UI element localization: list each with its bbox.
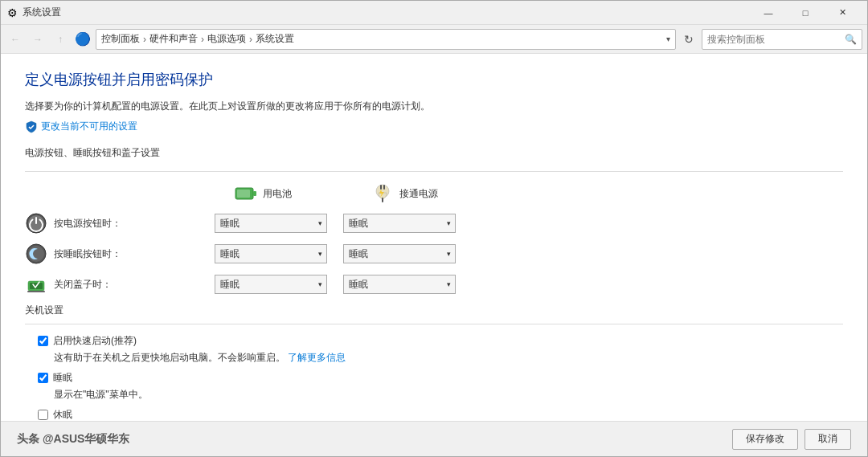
plug-icon: [371, 182, 395, 206]
page-title: 定义电源按钮并启用密码保护: [25, 70, 843, 89]
battery-icon: [234, 182, 258, 206]
footer: 头条 @ASUS华硕华东 保存修改 取消: [1, 421, 867, 456]
section2-title: 关机设置: [25, 304, 843, 317]
power-button-battery-dropdown[interactable]: 睡眠 关机 休眠 不采取任何操作 ▾: [215, 214, 327, 233]
hibernate-row: 休眠: [25, 408, 843, 421]
power-buttons-section: 电源按钮、睡眠按钮和盖子设置 用电池: [25, 146, 843, 296]
power-button-row: 按电源按钮时： 睡眠 关机 休眠 不采取任何操作 ▾ 睡眠 关机 休眠: [25, 212, 843, 235]
divider1: [25, 171, 843, 172]
breadcrumb-dropdown-icon[interactable]: ▾: [666, 35, 670, 43]
sleep-battery-dropdown[interactable]: 睡眠 关机 休眠 不采取任何操作 ▾: [215, 244, 327, 263]
breadcrumb: 控制面板 › 硬件和声音 › 电源选项 › 系统设置 ▾: [96, 29, 676, 50]
save-button[interactable]: 保存修改: [732, 429, 798, 450]
fast-startup-checkbox[interactable]: [38, 336, 48, 346]
section1-title: 电源按钮、睡眠按钮和盖子设置: [25, 146, 843, 161]
power-header: 接通电源: [371, 182, 459, 206]
main-window: ⚙ 系统设置 — □ ✕ ← → ↑ 🔵 控制面板 › 硬件和声音 › 电源选项…: [0, 0, 868, 457]
hibernate-checkbox[interactable]: [38, 410, 48, 420]
title-bar: ⚙ 系统设置 — □ ✕: [1, 1, 867, 25]
lid-battery-dropdown[interactable]: 睡眠 关机 休眠 不采取任何操作 ▾: [215, 275, 327, 294]
watermark: 头条 @ASUS华硕华东: [17, 432, 129, 447]
window-icon: ⚙: [7, 6, 18, 19]
svg-rect-1: [237, 190, 250, 198]
fast-startup-label: 启用快速启动(推荐): [53, 334, 137, 348]
lid-icon: [25, 273, 47, 296]
main-content: 定义电源按钮并启用密码保护 选择要为你的计算机配置的电源设置。在此页上对设置所做…: [1, 54, 867, 421]
search-icon: 🔍: [845, 34, 857, 45]
sleep-row: 睡眠: [25, 371, 843, 385]
power-headers: 用电池 接通电源: [25, 182, 843, 206]
lid-row: 关闭盖子时： 睡眠 关机 休眠 不采取任何操作 ▾ 睡眠 关机 休眠: [25, 273, 843, 296]
maximize-button[interactable]: □: [787, 1, 824, 25]
sleep-power-dropdown[interactable]: 睡眠 关机 休眠 不采取任何操作 ▾: [343, 244, 456, 263]
breadcrumb-hardware[interactable]: 硬件和声音: [149, 32, 198, 46]
fast-startup-desc: 这有助于在关机之后更快地启动电脑。不会影响重启。 了解更多信息: [25, 351, 843, 365]
breadcrumb-power[interactable]: 电源选项: [207, 32, 246, 46]
window-title: 系统设置: [23, 6, 750, 19]
sleep-button-icon: [25, 243, 47, 265]
svg-rect-5: [383, 185, 385, 190]
power-button-power-dropdown[interactable]: 睡眠 关机 休眠 不采取任何操作 ▾: [343, 214, 456, 233]
svg-rect-2: [253, 191, 256, 196]
lid-power-dropdown[interactable]: 睡眠 关机 休眠 不采取任何操作 ▾: [343, 275, 456, 294]
sleep-checkbox[interactable]: [38, 373, 48, 383]
svg-rect-13: [27, 291, 45, 292]
address-bar: ← → ↑ 🔵 控制面板 › 硬件和声音 › 电源选项 › 系统设置 ▾ ↻ 🔍: [1, 25, 867, 54]
back-button[interactable]: ←: [6, 30, 25, 49]
minimize-button[interactable]: —: [750, 1, 787, 25]
learn-more-link[interactable]: 了解更多信息: [288, 352, 346, 363]
lid-label: 关闭盖子时：: [54, 278, 215, 292]
breadcrumb-controlpanel[interactable]: 控制面板: [101, 32, 140, 46]
divider2: [25, 324, 843, 324]
sleep-checkbox-label: 睡眠: [53, 371, 72, 385]
fast-startup-row: 启用快速启动(推荐): [25, 334, 843, 348]
sleep-button-row: 按睡眠按钮时： 睡眠 关机 休眠 不采取任何操作 ▾ 睡眠 关机 休眠: [25, 243, 843, 265]
hibernate-checkbox-label: 休眠: [53, 408, 72, 421]
page-description: 选择要为你的计算机配置的电源设置。在此页上对设置所做的更改将应用于你所有的电源计…: [25, 99, 843, 113]
power-button-icon: [25, 212, 47, 235]
address-bar-icon: 🔵: [75, 31, 91, 47]
breadcrumb-system[interactable]: 系统设置: [256, 32, 294, 46]
forward-button[interactable]: →: [28, 30, 47, 49]
search-box: 🔍: [702, 29, 862, 50]
change-settings-link[interactable]: 更改当前不可用的设置: [25, 120, 843, 133]
cancel-button[interactable]: 取消: [805, 429, 851, 450]
shield-icon: [25, 120, 38, 133]
close-button[interactable]: ✕: [824, 1, 861, 25]
refresh-button[interactable]: ↻: [679, 30, 698, 49]
battery-header: 用电池: [234, 182, 322, 206]
power-button-label: 按电源按钮时：: [54, 217, 215, 231]
up-button[interactable]: ↑: [51, 30, 70, 49]
svg-rect-4: [380, 185, 382, 190]
battery-label: 用电池: [263, 187, 292, 201]
svg-rect-6: [382, 198, 383, 202]
sleep-desc: 显示在"电源"菜单中。: [25, 388, 843, 402]
search-input[interactable]: [707, 34, 845, 45]
power-label: 接通电源: [399, 187, 438, 201]
sleep-button-label: 按睡眠按钮时：: [54, 247, 215, 261]
footer-buttons: 保存修改 取消: [732, 429, 851, 450]
shutdown-section: 关机设置 启用快速启动(推荐) 这有助于在关机之后更快地启动电脑。不会影响重启。…: [25, 304, 843, 421]
window-controls: — □ ✕: [750, 1, 861, 25]
